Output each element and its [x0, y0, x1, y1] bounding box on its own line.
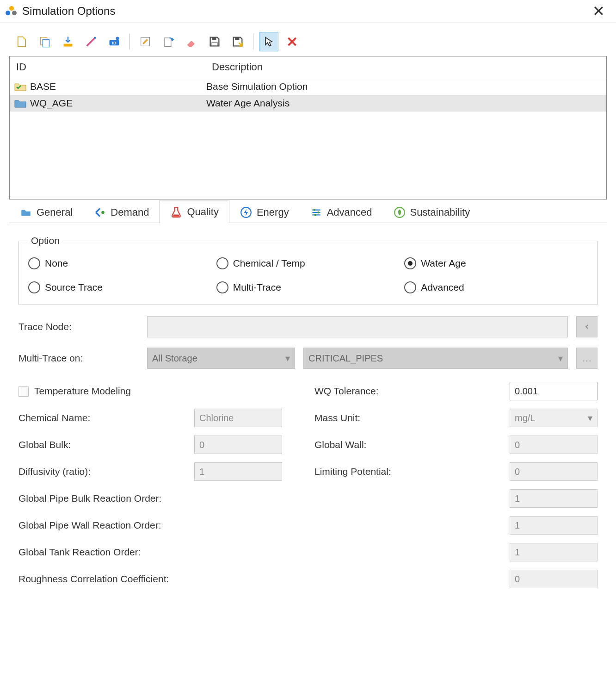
- app-logo-icon: [6, 6, 18, 16]
- close-button[interactable]: ✕: [589, 4, 609, 19]
- new-icon[interactable]: [12, 32, 31, 51]
- multitrace-storage-select: All Storage ▾: [147, 348, 295, 369]
- option-group: Option None Chemical / Temp Water Age So…: [18, 235, 598, 305]
- radio-label: Water Age: [421, 258, 466, 269]
- tab-label: Advanced: [327, 206, 372, 218]
- svg-rect-10: [212, 42, 217, 46]
- chevron-down-icon: ▾: [588, 412, 592, 423]
- radio-none[interactable]: None: [28, 257, 212, 269]
- radio-label: Advanced: [421, 282, 464, 293]
- wand-icon[interactable]: [81, 32, 101, 51]
- svg-point-16: [314, 214, 316, 216]
- quality-panel: Option None Chemical / Temp Water Age So…: [9, 223, 607, 615]
- wq-tolerance-label: WQ Tolerance:: [314, 386, 505, 397]
- radio-label: Chemical / Temp: [233, 258, 305, 269]
- tab-energy[interactable]: Energy: [229, 200, 300, 223]
- delete-icon[interactable]: ✕: [282, 32, 302, 51]
- global-wall-label: Global Wall:: [314, 439, 505, 450]
- toolbar-separator: [129, 34, 130, 50]
- global-bulk-input: 0: [194, 436, 282, 454]
- tab-demand[interactable]: Demand: [83, 200, 160, 223]
- tab-label: Quality: [187, 206, 218, 218]
- import-icon[interactable]: [58, 32, 78, 51]
- radio-water-age[interactable]: Water Age: [404, 257, 588, 269]
- radio-chemical-temp[interactable]: Chemical / Temp: [216, 257, 400, 269]
- limiting-potential-label: Limiting Potential:: [314, 466, 505, 477]
- flask-icon: [170, 206, 182, 218]
- tab-label: Demand: [111, 206, 149, 218]
- multitrace-more-button[interactable]: …: [576, 348, 598, 369]
- list-header-desc[interactable]: Description: [205, 56, 606, 78]
- temp-model-checkbox: Temperature Modeling: [18, 386, 194, 397]
- folder-check-icon: [14, 82, 26, 91]
- global-wall-input: 0: [510, 436, 598, 454]
- roughness-coeff-input: 0: [510, 570, 598, 588]
- option-legend: Option: [28, 235, 62, 246]
- svg-rect-8: [165, 38, 171, 47]
- id-tag-icon[interactable]: ID: [105, 32, 124, 51]
- radio-advanced[interactable]: Advanced: [404, 281, 588, 293]
- list-row-id: WQ_AGE: [30, 98, 73, 109]
- global-bulk-label: Global Bulk:: [18, 439, 194, 450]
- tabs: General Demand Quality Energy Advanced S…: [9, 199, 607, 223]
- export-page-icon[interactable]: [159, 32, 178, 51]
- tab-label: Energy: [257, 206, 289, 218]
- save-icon[interactable]: [205, 32, 224, 51]
- list-row-desc: Water Age Analysis: [202, 95, 606, 112]
- wq-tolerance-input[interactable]: 0.001: [510, 382, 598, 400]
- chevron-down-icon: ▾: [285, 353, 290, 364]
- checkbox-icon: [18, 386, 29, 397]
- tab-label: General: [37, 206, 73, 218]
- tank-order-label: Global Tank Reaction Order:: [18, 547, 505, 558]
- save-as-icon[interactable]: [228, 32, 247, 51]
- diffusivity-label: Diffusivity (ratio):: [18, 466, 194, 477]
- chemical-name-label: Chemical Name:: [18, 412, 194, 423]
- options-list[interactable]: ID Description BASE Base Simulation Opti…: [9, 56, 607, 199]
- diffusivity-input: 1: [194, 462, 282, 481]
- svg-point-15: [317, 212, 319, 213]
- pipe-wall-order-input: 1: [510, 516, 598, 535]
- tab-advanced[interactable]: Advanced: [300, 200, 383, 223]
- pipe-bulk-order-input: 1: [510, 489, 598, 508]
- list-header-id[interactable]: ID: [10, 56, 205, 78]
- list-row-id: BASE: [30, 81, 56, 92]
- arrow-in-icon: [94, 206, 106, 218]
- leaf-icon: [394, 206, 406, 218]
- pipe-bulk-order-label: Global Pipe Bulk Reaction Order:: [18, 493, 505, 504]
- radio-source-trace[interactable]: Source Trace: [28, 281, 212, 293]
- list-row[interactable]: WQ_AGE Water Age Analysis: [10, 95, 606, 112]
- eraser-icon[interactable]: [182, 32, 201, 51]
- window-title: Simulation Options: [22, 5, 115, 18]
- tab-general[interactable]: General: [9, 200, 83, 223]
- radio-label: Source Trace: [45, 282, 103, 293]
- list-row[interactable]: BASE Base Simulation Option: [10, 78, 606, 95]
- pipe-wall-order-label: Global Pipe Wall Reaction Order:: [18, 520, 505, 531]
- multitrace-pipes-select: CRITICAL_PIPES ▾: [303, 348, 568, 369]
- tab-quality[interactable]: Quality: [160, 200, 229, 223]
- folder-icon: [14, 99, 26, 108]
- radio-label: Multi-Trace: [233, 282, 281, 293]
- multitrace-label: Multi-Trace on:: [18, 353, 139, 364]
- select-cursor-icon[interactable]: [259, 32, 278, 51]
- svg-point-3: [94, 37, 96, 39]
- svg-rect-1: [43, 39, 49, 47]
- svg-point-12: [102, 211, 105, 214]
- titlebar: Simulation Options ✕: [0, 0, 616, 23]
- radio-label: None: [45, 258, 68, 269]
- edit-icon[interactable]: [136, 32, 155, 51]
- trace-node-label: Trace Node:: [18, 321, 139, 332]
- roughness-coeff-label: Roughness Correlation Coefficient:: [18, 573, 505, 585]
- copy-icon[interactable]: [35, 32, 55, 51]
- mass-unit-label: Mass Unit:: [314, 412, 505, 423]
- svg-point-6: [116, 37, 119, 40]
- tab-label: Sustainability: [410, 206, 470, 218]
- tab-sustainability[interactable]: Sustainability: [383, 200, 481, 223]
- tank-order-input: 1: [510, 543, 598, 561]
- list-row-desc: Base Simulation Option: [202, 78, 606, 95]
- simulation-options-window: Simulation Options ✕ ID: [0, 0, 616, 615]
- toolbar: ID ✕: [0, 23, 616, 56]
- radio-multi-trace[interactable]: Multi-Trace: [216, 281, 400, 293]
- trace-node-browse-button[interactable]: [576, 316, 598, 337]
- sliders-icon: [310, 206, 322, 218]
- bolt-icon: [240, 206, 252, 218]
